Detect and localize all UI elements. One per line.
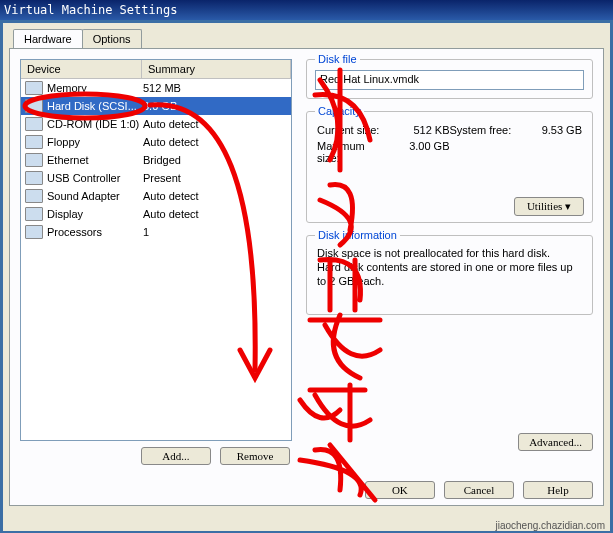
remove-button[interactable]: Remove (220, 447, 290, 465)
tab-panel: Device Summary Memory512 MB Hard Disk (S… (9, 48, 604, 506)
disk-info-line2: Hard disk contents are stored in one or … (317, 260, 582, 288)
row-cdrom[interactable]: CD-ROM (IDE 1:0)Auto detect (21, 115, 291, 133)
ethernet-icon (25, 153, 43, 167)
row-sound[interactable]: Sound AdapterAuto detect (21, 187, 291, 205)
col-summary[interactable]: Summary (142, 60, 291, 78)
ok-button[interactable]: OK (365, 481, 435, 499)
row-processors[interactable]: Processors1 (21, 223, 291, 241)
tab-options[interactable]: Options (82, 29, 142, 48)
help-button[interactable]: Help (523, 481, 593, 499)
display-icon (25, 207, 43, 221)
row-display[interactable]: DisplayAuto detect (21, 205, 291, 223)
advanced-button[interactable]: Advanced... (518, 433, 593, 451)
device-list-header: Device Summary (21, 60, 291, 79)
disk-info-line1: Disk space is not preallocated for this … (317, 246, 582, 260)
title-bar: Virtual Machine Settings (0, 0, 613, 20)
device-list[interactable]: Device Summary Memory512 MB Hard Disk (S… (20, 59, 292, 441)
system-free-value: 9.53 GB (516, 124, 582, 136)
add-button[interactable]: Add... (141, 447, 211, 465)
disk-file-legend: Disk file (315, 53, 360, 65)
max-size-value: 3.00 GB (383, 140, 449, 164)
device-buttons: Add... Remove (20, 447, 290, 465)
harddisk-icon (25, 99, 43, 113)
row-memory[interactable]: Memory512 MB (21, 79, 291, 97)
utilities-button[interactable]: Utilities ▾ (514, 197, 584, 216)
capacity-group: Capacity Current size:512 KBSystem free:… (306, 111, 593, 223)
disk-file-group: Disk file Red Hat Linux.vmdk (306, 59, 593, 99)
floppy-icon (25, 135, 43, 149)
processors-icon (25, 225, 43, 239)
tab-strip: Hardware Options (3, 23, 610, 48)
memory-icon (25, 81, 43, 95)
cancel-button[interactable]: Cancel (444, 481, 514, 499)
dialog-buttons: OK Cancel Help (359, 481, 593, 499)
tab-hardware[interactable]: Hardware (13, 29, 83, 48)
row-harddisk[interactable]: Hard Disk (SCSI...3.0 GB (21, 97, 291, 115)
chevron-down-icon: ▾ (565, 200, 571, 212)
cdrom-icon (25, 117, 43, 131)
system-free-label: System free: (450, 124, 516, 136)
footer-watermark: jiaocheng.chazidian.com (495, 520, 605, 531)
row-usb[interactable]: USB ControllerPresent (21, 169, 291, 187)
dialog-body: Hardware Options Device Summary Memory51… (3, 23, 610, 531)
disk-file-field[interactable]: Red Hat Linux.vmdk (315, 70, 584, 90)
current-size-value: 512 KB (383, 124, 449, 136)
window-title: Virtual Machine Settings (4, 0, 177, 20)
disk-info-legend: Disk information (315, 229, 400, 241)
capacity-legend: Capacity (315, 105, 364, 117)
row-floppy[interactable]: FloppyAuto detect (21, 133, 291, 151)
disk-info-group: Disk information Disk space is not preal… (306, 235, 593, 315)
col-device[interactable]: Device (21, 60, 142, 78)
usb-icon (25, 171, 43, 185)
current-size-label: Current size: (317, 124, 383, 136)
sound-icon (25, 189, 43, 203)
max-size-label: Maximum size: (317, 140, 383, 164)
row-ethernet[interactable]: EthernetBridged (21, 151, 291, 169)
